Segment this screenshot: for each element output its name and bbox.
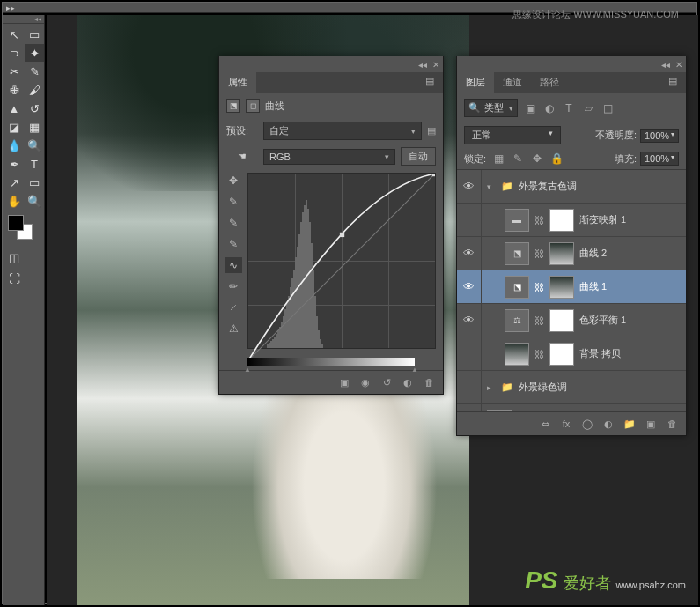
adjustment-thumb[interactable]: ▬ [505,209,529,232]
screenmode-tool[interactable]: ⛶ [4,270,24,287]
link-icon[interactable]: ⛓ [534,315,544,326]
layer-name[interactable]: 色彩平衡 1 [579,314,626,327]
mask-icon[interactable]: ◯ [580,418,594,430]
filter-adj-icon[interactable]: ◐ [542,102,556,115]
layer-row[interactable]: ▬⛓渐变映射 1 [457,204,686,237]
visibility-toggle[interactable] [457,204,482,236]
layer-name[interactable]: 曲线 1 [579,280,607,293]
clip-warning[interactable]: ⚠ [225,321,242,337]
hand-icon[interactable]: ☚ [226,151,258,162]
layer-row[interactable]: ▸📁外景绿色调 [457,371,686,404]
layer-thumb[interactable] [487,410,512,412]
eraser-tool[interactable]: ◪ [4,118,24,136]
wand-tool[interactable]: ✦ [25,44,44,62]
adjustment-thumb[interactable]: ⬔ [505,276,529,299]
new-layer-icon[interactable]: ▣ [644,418,658,430]
layer-row[interactable]: ⛓背景 拷贝 [457,337,686,371]
mask-thumb[interactable] [549,343,574,366]
dodge-tool[interactable]: 🔍 [25,137,44,154]
collapse-icon[interactable]: ◂◂ [34,15,41,23]
filter-select[interactable]: 🔍 类型 [464,99,518,117]
visibility-toggle[interactable]: 👁 [457,270,482,303]
eyedropper-tool[interactable]: ✎ [25,63,44,80]
layer-row[interactable]: 👁⚖⛓色彩平衡 1 [457,304,686,337]
filter-image-icon[interactable]: ▣ [523,102,537,115]
mask-thumb[interactable] [549,209,574,232]
layer-name[interactable]: 背景 拷贝 [579,347,621,360]
shape-tool[interactable]: ▭ [25,174,44,191]
layer-name[interactable]: 外景复古色调 [519,180,577,193]
heal-tool[interactable]: ✙ [4,81,24,99]
collapse-icon[interactable]: ◂◂ [418,60,427,70]
brush-tool[interactable]: 🖌 [25,81,44,99]
marquee-tool[interactable]: ▭ [25,26,44,43]
expand-icon[interactable]: ▸▸ [6,4,15,12]
auto-button[interactable]: 自动 [401,147,436,166]
foreground-color[interactable] [8,215,24,231]
eyedrop-gray[interactable]: ✎ [225,215,242,231]
sampler-tool[interactable]: ✥ [225,173,242,189]
filter-shape-icon[interactable]: ▱ [581,102,595,115]
tab-properties[interactable]: 属性 [219,72,256,93]
visibility-toggle[interactable]: 👁 [457,304,482,337]
group-arrow-icon[interactable]: ▸ [487,383,496,392]
hand-tool[interactable]: ✋ [4,192,24,210]
visibility-toggle[interactable]: 👁 [457,237,482,270]
link-icon[interactable]: ⛓ [534,248,544,259]
quickmask-tool[interactable]: ◫ [4,248,24,266]
lasso-tool[interactable]: ⊃ [4,44,24,62]
curves-graph[interactable] [247,173,436,349]
link-icon[interactable]: ⛓ [534,282,544,292]
visibility-toggle[interactable]: 👁 [457,170,482,203]
layer-name[interactable]: 渐变映射 1 [579,213,626,226]
layer-row[interactable]: 👁⬔⛓曲线 1 [457,270,686,304]
history-brush-tool[interactable]: ↺ [25,100,44,117]
crop-tool[interactable]: ✂ [4,63,24,80]
mask-thumb[interactable] [549,309,574,332]
visibility-toggle[interactable] [457,337,482,370]
layer-row[interactable]: 👁背景 拷贝 3 [457,404,686,411]
mask-thumb[interactable] [549,242,574,265]
opacity-input[interactable]: 100% [640,129,679,143]
eyedrop-black[interactable]: ✎ [225,194,242,210]
group-icon[interactable]: 📁 [623,418,637,430]
lock-pixels-icon[interactable]: ▦ [491,152,505,165]
visibility-toggle[interactable]: 👁 [457,404,482,411]
preset-select[interactable]: 自定 [263,122,422,140]
adjustment-thumb[interactable]: ⬔ [505,242,529,265]
pen-tool[interactable]: ✒ [4,155,24,173]
clip-icon[interactable]: ▣ [337,376,351,389]
curve-mode[interactable]: ∿ [225,257,242,273]
filter-text-icon[interactable]: T [562,102,576,115]
type-tool[interactable]: T [25,155,44,173]
tab-channels[interactable]: 通道 [494,72,531,93]
layer-row[interactable]: 👁▾📁外景复古色调 [457,170,686,204]
close-icon[interactable]: ✕ [675,60,682,70]
layer-name[interactable]: 曲线 2 [579,247,607,260]
preview-icon[interactable]: ◐ [401,376,415,389]
group-arrow-icon[interactable]: ▾ [487,182,496,191]
fill-input[interactable]: 100% [640,152,679,166]
adjustment-icon[interactable]: ◐ [601,418,615,430]
trash-icon[interactable]: 🗑 [665,418,679,430]
reset-icon[interactable]: ↺ [379,376,394,389]
blur-tool[interactable]: 💧 [4,137,24,154]
color-swatches[interactable] [3,211,44,247]
lock-all-icon[interactable]: 🔒 [549,152,564,165]
eyedrop-white[interactable]: ✎ [225,236,242,252]
mask-thumb[interactable] [549,276,574,299]
link-icon[interactable]: ⇔ [538,418,552,430]
move-tool[interactable]: ↖ [4,26,24,43]
stamp-tool[interactable]: ▲ [4,100,24,117]
link-icon[interactable]: ⛓ [534,215,544,226]
lock-paint-icon[interactable]: ✎ [511,152,525,165]
fx-icon[interactable]: fx [559,418,573,430]
input-slider[interactable] [247,358,415,366]
lock-position-icon[interactable]: ✥ [530,152,544,165]
blend-mode-select[interactable]: 正常 [464,126,561,144]
visibility-toggle[interactable] [457,371,482,403]
layer-name[interactable]: 外景绿色调 [519,381,567,394]
view-icon[interactable]: ◉ [358,376,372,389]
channel-select[interactable]: RGB [263,149,395,165]
filter-smart-icon[interactable]: ◫ [601,102,615,115]
